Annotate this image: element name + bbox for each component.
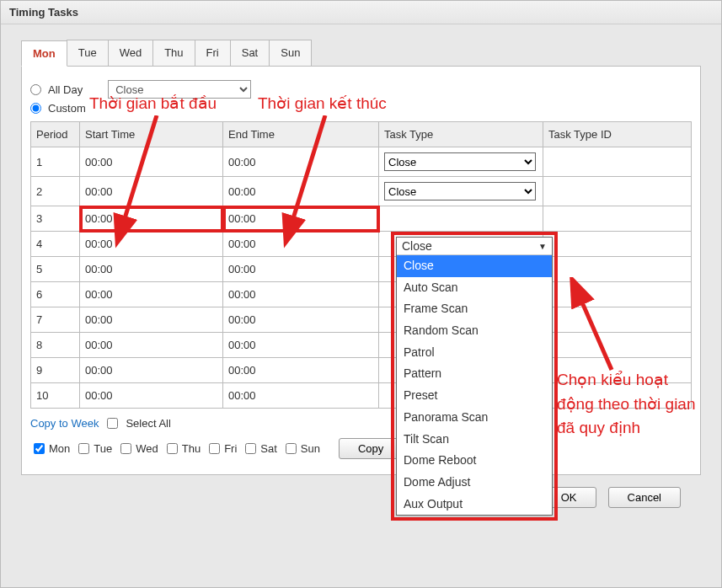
cell-start-time[interactable]: 00:00	[80, 333, 223, 358]
cell-task-type-id[interactable]	[543, 358, 692, 383]
cell-period: 9	[31, 358, 80, 383]
day-checkbox-sun[interactable]: Sun	[282, 441, 320, 457]
cell-task-type[interactable]: Close	[379, 177, 543, 206]
cell-period: 6	[31, 282, 80, 307]
cell-start-time[interactable]: 00:00	[80, 383, 223, 409]
col-start-time: Start Time	[80, 122, 223, 147]
tab-wed[interactable]: Wed	[108, 40, 154, 66]
cell-period: 1	[31, 147, 80, 177]
cell-task-type-id[interactable]	[543, 257, 692, 282]
tab-tue[interactable]: Tue	[67, 40, 109, 66]
day-checkbox-input[interactable]	[120, 443, 131, 454]
day-checkbox-mon[interactable]: Mon	[30, 441, 70, 457]
cell-end-time[interactable]: 00:00	[223, 383, 379, 409]
dropdown-option[interactable]: Dome Reboot	[397, 450, 552, 472]
dropdown-option[interactable]: Frame Scan	[397, 298, 552, 320]
day-label: Sat	[260, 442, 277, 455]
task-type-select[interactable]: Close	[384, 182, 536, 200]
all-day-radio[interactable]	[30, 84, 41, 95]
cell-start-time[interactable]: 00:00	[80, 147, 223, 177]
cell-start-time[interactable]: 00:00	[80, 206, 223, 232]
day-copy-row: MonTueWedThuFriSatSunCopy	[30, 438, 692, 459]
day-label: Mon	[49, 442, 70, 455]
all-day-radio-label[interactable]: All Day	[30, 83, 83, 96]
col-task-type-id: Task Type ID	[543, 122, 692, 147]
cell-period: 2	[31, 177, 80, 206]
cell-end-time[interactable]: 00:00	[223, 282, 379, 307]
cell-task-type-id[interactable]	[543, 383, 692, 409]
cancel-button[interactable]: Cancel	[608, 487, 681, 508]
cell-task-type-id[interactable]	[543, 307, 692, 333]
cell-end-time[interactable]: 00:00	[223, 147, 379, 177]
cell-task-type-id[interactable]	[543, 232, 692, 257]
cell-start-time[interactable]: 00:00	[80, 232, 223, 257]
day-checkbox-wed[interactable]: Wed	[117, 441, 158, 457]
dropdown-option[interactable]: Tilt Scan	[397, 429, 552, 451]
copy-to-week-link[interactable]: Copy to Week	[30, 417, 99, 430]
window-title: Timing Tasks	[1, 1, 721, 24]
cell-end-time[interactable]: 00:00	[223, 257, 379, 282]
dropdown-option[interactable]: Panorama Scan	[397, 407, 552, 429]
table-row: 500:0000:00	[31, 257, 692, 282]
cell-task-type-id[interactable]	[543, 206, 692, 232]
tab-fri[interactable]: Fri	[195, 40, 231, 66]
cell-task-type[interactable]: Close	[379, 147, 543, 177]
cell-task-type-id[interactable]	[543, 282, 692, 307]
table-row: 600:0000:00	[31, 282, 692, 307]
cell-task-type[interactable]	[379, 206, 543, 232]
task-type-select[interactable]: Close	[384, 152, 536, 171]
cell-start-time[interactable]: 00:00	[80, 177, 223, 206]
tab-mon[interactable]: Mon	[21, 40, 67, 67]
cell-end-time[interactable]: 00:00	[223, 307, 379, 333]
dropdown-option[interactable]: Random Scan	[397, 320, 552, 342]
cell-end-time[interactable]: 00:00	[223, 206, 379, 232]
cell-start-time[interactable]: 00:00	[80, 358, 223, 383]
day-checkbox-tue[interactable]: Tue	[75, 441, 112, 457]
day-checkbox-input[interactable]	[167, 443, 178, 454]
dropdown-option[interactable]: Auto Scan	[397, 277, 552, 299]
day-label: Tue	[94, 442, 112, 455]
cell-end-time[interactable]: 00:00	[223, 358, 379, 383]
tab-thu[interactable]: Thu	[152, 40, 195, 66]
table-row: 900:0000:00	[31, 358, 692, 383]
cell-task-type-id[interactable]	[543, 177, 692, 206]
day-checkbox-input[interactable]	[34, 443, 45, 454]
table-row: 700:0000:00	[31, 307, 692, 333]
custom-radio[interactable]	[30, 103, 41, 114]
cell-task-type-id[interactable]	[543, 147, 692, 177]
select-all-label: Select All	[126, 417, 170, 430]
cell-period: 3	[31, 206, 80, 232]
day-checkbox-input[interactable]	[209, 443, 220, 454]
day-label: Sun	[301, 442, 320, 455]
custom-radio-label[interactable]: Custom	[30, 102, 86, 115]
all-day-task-select[interactable]: Close	[108, 80, 251, 99]
cell-period: 4	[31, 232, 80, 257]
day-checkbox-thu[interactable]: Thu	[163, 441, 201, 457]
day-checkbox-input[interactable]	[286, 443, 297, 454]
cell-end-time[interactable]: 00:00	[223, 333, 379, 358]
dropdown-option[interactable]: Preset	[397, 385, 552, 407]
cell-task-type-id[interactable]	[543, 333, 692, 358]
tab-sat[interactable]: Sat	[230, 40, 270, 66]
dropdown-option[interactable]: Pattern	[397, 363, 552, 385]
day-checkbox-input[interactable]	[78, 443, 89, 454]
dropdown-option[interactable]: Close	[397, 255, 552, 277]
cell-start-time[interactable]: 00:00	[80, 282, 223, 307]
tab-sun[interactable]: Sun	[269, 40, 312, 66]
copy-button[interactable]: Copy	[339, 438, 403, 459]
dropdown-option[interactable]: Patrol	[397, 342, 552, 364]
day-checkbox-fri[interactable]: Fri	[206, 441, 237, 457]
cell-end-time[interactable]: 00:00	[223, 177, 379, 206]
cell-start-time[interactable]: 00:00	[80, 307, 223, 333]
table-row: 100:0000:00Close	[31, 147, 692, 177]
cell-end-time[interactable]: 00:00	[223, 232, 379, 257]
select-all-checkbox[interactable]	[107, 418, 118, 429]
task-type-dropdown[interactable]: Close ▼ CloseAuto ScanFrame ScanRandom S…	[396, 237, 553, 516]
dropdown-option[interactable]: Aux Output	[397, 494, 552, 516]
day-checkbox-input[interactable]	[245, 443, 256, 454]
day-checkbox-sat[interactable]: Sat	[242, 441, 277, 457]
dropdown-option[interactable]: Dome Adjust	[397, 472, 552, 494]
schedule-table: Period Start Time End Time Task Type Tas…	[30, 121, 692, 409]
cell-start-time[interactable]: 00:00	[80, 257, 223, 282]
table-row: 300:0000:00	[31, 206, 692, 232]
